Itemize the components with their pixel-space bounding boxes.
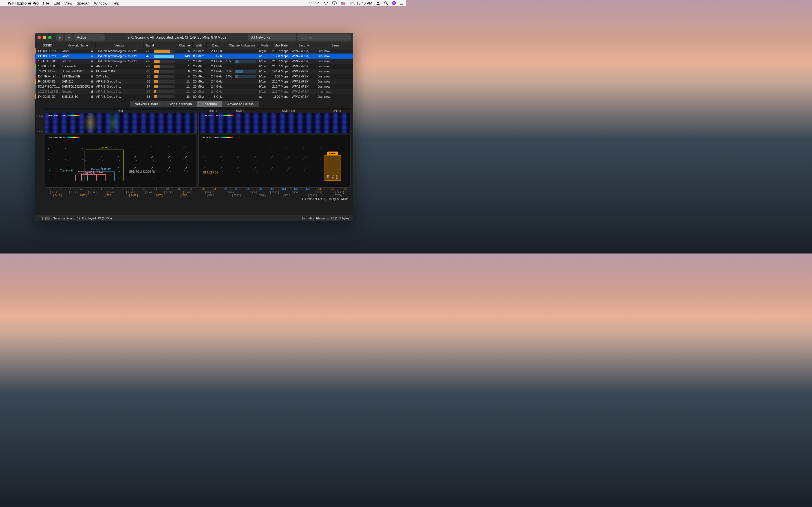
cell-name: voltron — [60, 59, 90, 63]
waterfall-5[interactable]: -100-500 dBm — [199, 113, 350, 133]
menu-edit[interactable]: Edit — [54, 1, 60, 5]
cell-width: 20 MHz — [192, 59, 206, 63]
svg-point-2 — [385, 2, 387, 4]
x-tick: 165 — [342, 187, 347, 190]
airplay-icon[interactable] — [332, 1, 337, 5]
x-tick: 10 — [142, 187, 145, 190]
table-row[interactable]: 74:03:BD:47:…Buffalo-G-B04CBUFFALO.INC-8… — [35, 69, 353, 74]
cell-signal-bar — [152, 65, 176, 68]
scan-state-select[interactable]: Active — [74, 34, 105, 41]
scope-select[interactable]: All Networks — [248, 34, 296, 41]
table-row[interactable]: F4:0E:83:9D:…BHN213ARRIS Group Inc.-8611… — [35, 79, 353, 84]
table-row[interactable]: 5C:8F:E0:7C:…BHMTG1682GD8F2ARRIS Group I… — [35, 84, 353, 89]
col-channel[interactable]: Channel — [177, 42, 193, 48]
waterfall-24[interactable]: -100-500 dBm — [45, 113, 197, 133]
cell-width: 20 MHz — [192, 90, 206, 93]
minimize-button[interactable] — [43, 36, 46, 39]
cell-signal-bar — [152, 75, 176, 78]
tab-advanced-details[interactable]: Advanced Details — [222, 101, 259, 107]
table-row[interactable]: 10:86:8C:08:…TuckerwifiARRIS Group Inc.-… — [35, 64, 353, 69]
cell-signal-bar — [152, 60, 176, 63]
menu-file[interactable]: File — [43, 1, 49, 5]
col-bssid[interactable]: BSSID — [35, 42, 60, 48]
flag-icon[interactable]: 🇺🇸 — [341, 1, 345, 5]
cell-vendor: TP-Link Technologies Co. Ltd. — [94, 54, 142, 58]
time-label-bot-r: :46:30 — [352, 130, 353, 133]
user-icon[interactable] — [376, 1, 380, 5]
table-row[interactable]: EC:08:6B:29:…vanetTP-Link Technologies C… — [35, 48, 353, 54]
clock[interactable]: Thu 10:46 PM — [349, 1, 372, 5]
x-tick: 1 — [49, 187, 51, 190]
col-vendor[interactable]: Vendor — [96, 42, 144, 48]
table-row[interactable]: F4:0E:83:9D:…BHN213-5GARRIS Group Inc.-8… — [35, 94, 353, 99]
cell-rate: 144.4 Mbps — [270, 69, 290, 73]
siri-icon[interactable] — [392, 1, 396, 5]
col-mode[interactable]: Mode — [259, 42, 271, 48]
menu-window[interactable]: Window — [94, 1, 107, 5]
col-signal[interactable]: Signal⌄ — [144, 42, 177, 48]
density-5[interactable]: 0%50%100% -10-20-30-40-50-60-70-80-90 BH… — [199, 135, 350, 187]
filter-input[interactable] — [305, 36, 349, 40]
tab-spectrum[interactable]: Spectrum — [197, 101, 222, 107]
fullscreen-button[interactable] — [48, 36, 52, 39]
cell-security: WPA2 (PSK) — [290, 49, 316, 53]
x-tick: 132 — [294, 187, 298, 190]
cell-bssid: 2C:7E:81:87:E… — [36, 90, 60, 93]
cell-mode: b/g/n — [257, 59, 270, 63]
x-tick: 44 — [213, 187, 216, 190]
close-button[interactable] — [38, 36, 41, 39]
col-security[interactable]: Security — [291, 42, 317, 48]
network-envelope[interactable]: ATT3Bmf65E — [75, 175, 96, 180]
loading-icon[interactable]: ◯ — [308, 1, 313, 5]
network-envelope[interactable]: BHN213-5G — [202, 175, 220, 180]
cell-name: Rosario — [60, 90, 90, 93]
table-row[interactable]: 2C:7E:81:87:E…RosarioARRIS Group Inc.-87… — [35, 89, 353, 94]
cell-security: WPA2 (PSK) — [290, 95, 316, 98]
menu-view[interactable]: View — [64, 1, 72, 5]
stop-button[interactable]: ■ — [65, 34, 72, 41]
col-rate[interactable]: Max Rate — [271, 42, 291, 48]
detail-tabs: Network DetailsSignal StrengthSpectrumAd… — [35, 99, 353, 108]
col-util[interactable]: Channel Utilization — [225, 42, 259, 48]
col-band[interactable]: Band — [207, 42, 225, 48]
svg-rect-15 — [91, 96, 93, 98]
col-name[interactable]: Network Name — [60, 42, 96, 48]
cell-signal-value: -82 — [142, 64, 152, 68]
cell-rate: 216.7 Mbps — [270, 85, 290, 88]
cell-rate: 1300 Mbps — [270, 54, 290, 58]
table-header: BSSID Network Name Vendor Signal⌄ Channe… — [35, 42, 353, 48]
band-unii2e: UNII-2 Ext — [254, 109, 323, 113]
filter-field[interactable] — [297, 34, 351, 41]
x-tick: 124 — [282, 187, 286, 190]
util-pct: 6% — [326, 175, 329, 179]
menu-help[interactable]: Help — [112, 1, 119, 5]
play-button[interactable]: ▶ — [56, 34, 63, 41]
cell-vendor: ARRIS Group Inc. — [94, 64, 142, 68]
table-row[interactable]: DC:7F:A4:E5:…ATT3Bmf65E2Wire Inc.-86420 … — [35, 74, 353, 79]
col-seen[interactable]: Seen — [317, 42, 353, 48]
tab-network-details[interactable]: Network Details — [130, 101, 164, 107]
notification-icon[interactable]: ☰ — [400, 1, 403, 5]
tab-signal-strength[interactable]: Signal Strength — [164, 101, 197, 107]
cell-band: 5 GHz — [206, 95, 224, 98]
table-row[interactable]: EC:08:6B:29:…vanetTP-Link Technologies C… — [35, 54, 353, 59]
lock-icon — [90, 80, 94, 83]
col-width[interactable]: Width — [193, 42, 207, 48]
cell-signal-bar — [152, 85, 176, 88]
spotlight-icon[interactable] — [384, 1, 388, 5]
network-envelope[interactable]: BHMTG1682GD8F2 — [124, 174, 160, 180]
timemachine-icon[interactable]: ↺ — [317, 1, 320, 5]
network-envelope[interactable]: vanet6%2%1% — [324, 155, 341, 180]
x-tick: 11 — [154, 187, 157, 190]
cell-width: 20 MHz — [192, 75, 206, 78]
density-24[interactable]: 0%50%100% -10-20-30-40-50-60-70-80-90 va… — [45, 135, 197, 187]
wifi-icon[interactable] — [324, 1, 328, 5]
table-row[interactable]: 18:A6:F7:78:E…voltronTP-Link Technologie… — [35, 59, 353, 64]
util-pct: 1% — [336, 175, 339, 179]
dens-legend-24: 0%50%100% — [48, 136, 79, 139]
menu-specan[interactable]: SpecAn — [77, 1, 90, 5]
view-toggle-2[interactable] — [45, 217, 50, 220]
app-name[interactable]: WiFi Explorer Pro — [8, 1, 39, 5]
x-tick: 14 — [190, 187, 192, 190]
view-toggle-1[interactable] — [38, 217, 43, 220]
